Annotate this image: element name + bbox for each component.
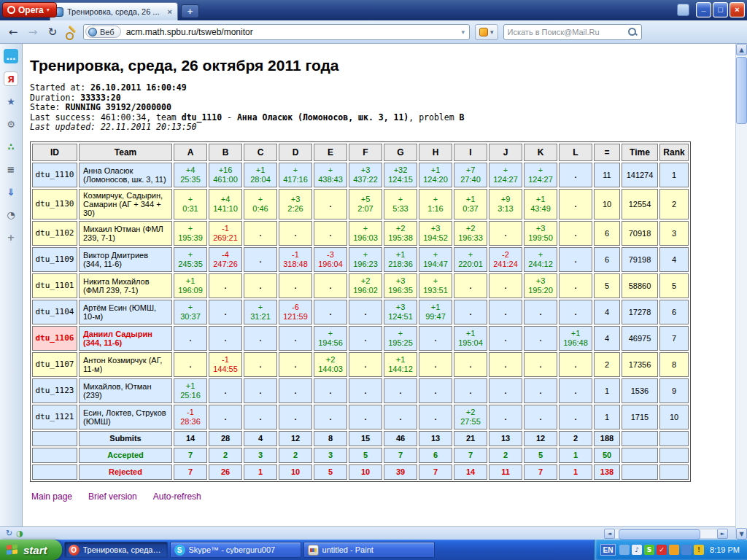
notes-panel-icon[interactable]: ≡ <box>4 162 18 176</box>
problem-cell: . <box>524 405 557 429</box>
opera-menu-button[interactable]: Opera ▾ <box>2 2 57 18</box>
summary-value-cell: 2 <box>559 431 592 446</box>
tray-skype-icon[interactable]: S <box>644 545 654 555</box>
problem-cell: . <box>279 326 312 351</box>
info-line: State: RUNNING 39192/2000000 <box>30 103 729 113</box>
problem-cell: . <box>349 378 382 403</box>
problem-cell: . <box>454 273 487 298</box>
maximize-button[interactable]: □ <box>713 2 728 18</box>
taskbar-task-opera[interactable]: OТренировка, среда, ... <box>64 542 168 558</box>
sync-icon[interactable]: ↻ <box>6 529 12 539</box>
scrollbar-track[interactable] <box>736 55 747 528</box>
summary-value-cell: 7 <box>454 448 487 463</box>
yandex-panel-icon[interactable]: Я <box>4 71 18 86</box>
add-panel-icon[interactable]: + <box>4 230 18 244</box>
web-badge-button[interactable]: Веб <box>85 26 121 38</box>
problem-cell: . <box>419 378 452 403</box>
scroll-down-icon[interactable]: ▼ <box>736 528 747 540</box>
bookmarks-panel-icon[interactable]: ★ <box>4 94 18 109</box>
problem-cell: +3196:35 <box>384 273 417 298</box>
footer-link-main-page[interactable]: Main page <box>31 491 72 502</box>
problem-cell: +31:21 <box>244 300 277 324</box>
problem-cell: . <box>524 378 557 403</box>
footer-link-brief-version[interactable]: Brief version <box>88 491 137 502</box>
team-id-cell: dtu_1104 <box>32 300 77 324</box>
address-bar[interactable]: Веб acm.math.spbu.ru/tsweb/monitor ▾ <box>83 24 470 40</box>
search-engine-selector[interactable]: ▾ <box>475 24 498 40</box>
problem-cell: +30:37 <box>174 300 207 324</box>
tray-messenger-icon[interactable] <box>669 545 679 555</box>
problem-cell: +194:56 <box>314 326 347 351</box>
column-header: L <box>559 144 592 161</box>
problem-cell: +124:27 <box>524 163 557 187</box>
scroll-right-icon[interactable]: ► <box>717 529 728 539</box>
contest-info: Started at: 26.10.2011 16:00:49Duration:… <box>30 83 729 133</box>
problem-cell: . <box>209 273 242 298</box>
summary-row-accepted: Accepted72323576725150 <box>32 448 689 463</box>
reload-button[interactable]: ↻ <box>45 24 60 40</box>
hscrollbar-thumb[interactable] <box>619 529 700 540</box>
team-name-cell: Есин, Локтев, Струков (ЮМШ) <box>79 405 172 429</box>
problem-cell: +3195:20 <box>524 273 557 298</box>
horizontal-scrollbar[interactable]: ◄ ► <box>604 529 728 539</box>
password-wand-icon[interactable] <box>65 26 78 39</box>
tray-volume-icon[interactable]: ♪ <box>632 545 642 555</box>
info-line: Last success: 461:00:34, team dtu_1110 -… <box>30 113 729 123</box>
taskbar-task-skype[interactable]: SSkype™ - cyberguru007 <box>170 542 301 558</box>
tray-display-icon[interactable] <box>619 545 630 555</box>
settings-panel-icon[interactable]: ⚙ <box>4 117 18 131</box>
turbo-icon[interactable]: ◑ <box>16 529 23 539</box>
summary-empty-cell <box>622 464 658 480</box>
tray-network-icon[interactable] <box>681 545 692 555</box>
forward-button[interactable]: → <box>26 24 40 40</box>
summary-value-cell: 1 <box>559 448 592 463</box>
summary-value-cell: 2 <box>279 448 312 463</box>
problem-cell: +4141:10 <box>209 189 242 219</box>
solved-count-cell: 4 <box>594 300 620 324</box>
summary-empty-cell <box>32 448 77 463</box>
scroll-up-icon[interactable]: ▲ <box>736 44 747 55</box>
tray-update-icon[interactable]: ! <box>694 545 704 555</box>
browser-tab[interactable]: Тренировка, среда, 26 ... × <box>50 2 178 20</box>
new-tab-button[interactable]: + <box>181 4 199 18</box>
start-button[interactable]: start <box>0 540 62 560</box>
taskbar-task-paint[interactable]: untitled - Paint <box>303 542 435 558</box>
scrollbar-thumb[interactable] <box>736 57 747 124</box>
problem-cell: +196:03 <box>349 221 382 246</box>
team-row: dtu_1104Артём Есин (ЮМШ, 10-м)+30:37.+31… <box>32 300 689 324</box>
column-header: = <box>594 144 620 161</box>
back-button[interactable]: ← <box>6 24 20 40</box>
task-title: untitled - Paint <box>322 545 374 554</box>
search-input[interactable]: Искать в Поиск@Mail.Ru <box>503 24 642 40</box>
downloads-panel-icon[interactable]: ⇓ <box>4 184 18 199</box>
vertical-scrollbar[interactable]: ▲ ▼ <box>735 44 747 540</box>
scroll-left-icon[interactable]: ◄ <box>604 529 615 539</box>
summary-value-cell: 7 <box>384 448 417 463</box>
summary-empty-cell <box>659 448 689 463</box>
url-text[interactable]: acm.math.spbu.ru/tsweb/monitor <box>126 27 457 37</box>
problem-cell: +193:51 <box>419 273 452 298</box>
solved-count-cell: 4 <box>594 326 620 351</box>
penalty-time-cell: 141274 <box>622 163 658 187</box>
address-dropdown-icon[interactable]: ▾ <box>461 28 466 36</box>
tray-antivirus-icon[interactable]: ✓ <box>657 545 667 555</box>
language-indicator[interactable]: EN <box>600 544 616 556</box>
hscrollbar-track[interactable] <box>615 529 717 539</box>
team-name-cell: Артём Есин (ЮМШ, 10-м) <box>79 300 172 324</box>
penalty-time-cell: 46975 <box>622 326 658 351</box>
team-id-cell: dtu_1121 <box>32 405 77 429</box>
close-button[interactable]: × <box>729 2 745 18</box>
history-panel-icon[interactable]: ◔ <box>4 207 18 222</box>
chat-panel-icon[interactable]: … <box>4 49 18 63</box>
problem-cell: . <box>314 189 347 219</box>
problem-cell: +3437:22 <box>349 163 382 187</box>
tab-close-icon[interactable]: × <box>166 7 174 16</box>
summary-value-cell: 7 <box>419 464 452 480</box>
share-panel-icon[interactable]: ∴ <box>4 139 18 154</box>
search-icon[interactable] <box>627 27 638 37</box>
tab-list-icon[interactable] <box>677 4 689 16</box>
penalty-time-cell: 1715 <box>622 405 658 429</box>
minimize-button[interactable]: _ <box>696 2 711 18</box>
column-header: Team <box>79 144 172 161</box>
footer-link-auto-refresh[interactable]: Auto-refresh <box>153 491 201 502</box>
